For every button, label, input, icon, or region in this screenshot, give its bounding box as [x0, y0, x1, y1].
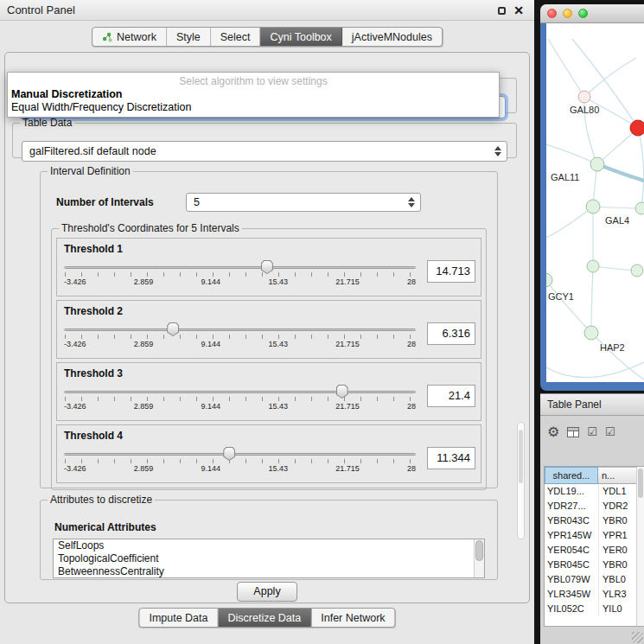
- list-item[interactable]: BetweennessCentrality: [54, 565, 484, 578]
- combo-stepper-icon[interactable]: [494, 142, 502, 161]
- threshold-label: Threshold 4: [64, 430, 123, 442]
- column-header-shared-name[interactable]: shared...: [545, 467, 598, 484]
- slider-track[interactable]: [64, 266, 416, 269]
- threshold-slider[interactable]: -3.4262.8599.14415.4321.71528: [64, 259, 416, 290]
- slider-ticks: [65, 335, 415, 339]
- gear-icon[interactable]: ⚙: [547, 425, 559, 439]
- tab-cyni-toolbox[interactable]: Cyni Toolbox: [260, 28, 341, 46]
- menu-item-manual-discretization[interactable]: Manual Discretization: [8, 88, 499, 101]
- slider-thumb[interactable]: [223, 447, 235, 461]
- node[interactable]: [587, 260, 599, 272]
- threshold-slider[interactable]: -3.4262.8599.14415.4321.71528: [64, 322, 416, 353]
- table-row[interactable]: YBR045CYBR0: [545, 558, 644, 572]
- table-scrollbar[interactable]: [636, 467, 644, 626]
- table-data-combobox[interactable]: galFiltered.sif default node: [22, 141, 507, 162]
- scrollbar-thumb[interactable]: [519, 430, 523, 483]
- threshold-slider[interactable]: -3.4262.8599.14415.4321.71528: [64, 446, 416, 477]
- slider-scale: -3.4262.8599.14415.4321.71528: [64, 464, 416, 473]
- node-gcy1[interactable]: [546, 273, 552, 287]
- node[interactable]: [635, 202, 644, 214]
- list-item[interactable]: TopologicalCoefficient: [54, 552, 484, 565]
- resize-grip-icon[interactable]: [632, 632, 643, 643]
- select-checkbox-icon[interactable]: ☑: [605, 426, 615, 438]
- tab-discretize-data[interactable]: Discretize Data: [219, 609, 312, 627]
- close-icon[interactable]: ✕: [513, 5, 524, 16]
- threshold-value-field[interactable]: 21.4: [427, 385, 475, 407]
- table-row[interactable]: YBR043CYBR0: [545, 513, 644, 528]
- list-scrollbar[interactable]: [474, 539, 484, 577]
- threshold-label: Threshold 1: [64, 243, 123, 255]
- settings-panel: Discretization Algorithm Table Data galF…: [4, 52, 530, 603]
- settings-scrollbar[interactable]: [517, 422, 525, 539]
- node-gal4[interactable]: [586, 200, 600, 214]
- node-label: GCY1: [548, 291, 574, 302]
- tab-infer-network[interactable]: Infer Network: [311, 609, 394, 627]
- tab-style[interactable]: Style: [167, 28, 211, 46]
- threshold-value-field[interactable]: 14.713: [427, 260, 475, 283]
- table-data-group: Table Data galFiltered.sif default node: [12, 117, 517, 158]
- threshold-value-field[interactable]: 11.344: [427, 447, 475, 469]
- close-traffic-light-icon[interactable]: [547, 9, 557, 18]
- node-selected-red[interactable]: [630, 120, 644, 136]
- threshold-panel: Threshold 2 -3.4262.8599.14415.4321.7152…: [56, 300, 481, 359]
- node-gal80[interactable]: [578, 91, 590, 103]
- slider-thumb[interactable]: [167, 322, 179, 336]
- table-panel-title: Table Panel: [547, 399, 602, 411]
- node[interactable]: [631, 265, 643, 277]
- tab-impute-data[interactable]: Impute Data: [139, 609, 218, 627]
- threshold-value-field[interactable]: 6.316: [427, 322, 475, 345]
- desktop: Control Panel ✕ Network Style: [0, 0, 644, 644]
- slider-thumb[interactable]: [261, 260, 273, 274]
- menu-item-equal-width-frequency[interactable]: Equal Width/Frequency Discretization: [8, 101, 499, 114]
- thick-network-edge: [597, 164, 644, 181]
- interval-definition-legend: Interval Definition: [48, 165, 133, 177]
- table-toolbar: ⚙ ☑ ☑: [540, 421, 644, 443]
- float-window-icon[interactable]: [498, 7, 506, 15]
- scrollbar-thumb[interactable]: [475, 540, 483, 561]
- table-row[interactable]: YPR145WYPR1: [545, 528, 644, 543]
- control-panel-titlebar[interactable]: Control Panel ✕: [0, 0, 534, 21]
- network-window-titlebar[interactable]: [540, 4, 644, 23]
- threshold-panel: Threshold 4 -3.4262.8599.14415.4321.7152…: [56, 424, 481, 483]
- tab-label: Cyni Toolbox: [270, 31, 331, 43]
- combo-stepper-icon[interactable]: [408, 194, 416, 211]
- table-row[interactable]: YDR27...YDR2: [545, 499, 644, 513]
- table-row[interactable]: YIL052CYIL0: [545, 602, 644, 616]
- list-item[interactable]: SelfLoops: [54, 539, 484, 552]
- dropdown-placeholder: Select algorithm to view settings: [8, 74, 499, 88]
- tab-label: Select: [220, 31, 251, 43]
- network-canvas[interactable]: GAL80 GAL11 GAL4 GCY1 HAP2: [546, 23, 644, 382]
- tab-network[interactable]: Network: [92, 28, 167, 46]
- scrollbar-thumb[interactable]: [638, 469, 643, 498]
- threshold-panel: Threshold 1 -3.4262.8599.14415.4321.7152…: [56, 238, 481, 296]
- threshold-slider[interactable]: -3.4262.8599.14415.4321.71528: [64, 384, 416, 415]
- node-gal11[interactable]: [590, 157, 604, 171]
- table-row[interactable]: YBL079WYBL0: [545, 572, 644, 587]
- network-view-window: GAL80 GAL11 GAL4 GCY1 HAP2: [540, 4, 644, 391]
- node-label: GAL11: [551, 172, 579, 182]
- number-of-intervals-combobox[interactable]: 5: [186, 193, 421, 212]
- table-panel-header[interactable]: Table Panel: [540, 393, 644, 416]
- minimize-traffic-light-icon[interactable]: [563, 9, 572, 18]
- tab-select[interactable]: Select: [211, 28, 261, 46]
- tab-label: Network: [117, 31, 156, 43]
- table-row[interactable]: YLR345WYLR3: [545, 587, 644, 602]
- attributes-list: SelfLoops TopologicalCoefficient Between…: [53, 539, 485, 578]
- select-checkbox-icon[interactable]: ☑: [587, 426, 597, 438]
- algorithm-dropdown-menu: Select algorithm to view settings Manual…: [7, 72, 500, 118]
- slider-ticks: [65, 272, 415, 277]
- slider-thumb[interactable]: [336, 385, 348, 399]
- apply-button[interactable]: Apply: [237, 582, 297, 602]
- columns-icon[interactable]: [567, 427, 579, 437]
- slider-track[interactable]: [64, 328, 416, 331]
- slider-track[interactable]: [64, 453, 416, 456]
- zoom-traffic-light-icon[interactable]: [578, 9, 588, 18]
- node-hap2[interactable]: [584, 326, 598, 340]
- tab-jactivemnodules[interactable]: jActiveMNodules: [342, 28, 442, 46]
- table-row[interactable]: YER054CYER0: [545, 543, 644, 558]
- control-panel-window: Control Panel ✕ Network Style: [0, 0, 534, 644]
- table-row[interactable]: YDL19...YDL1: [545, 484, 644, 499]
- attributes-group-legend: Attributes to discretize: [48, 494, 155, 506]
- tab-label: Discretize Data: [228, 612, 302, 624]
- slider-track[interactable]: [64, 391, 416, 393]
